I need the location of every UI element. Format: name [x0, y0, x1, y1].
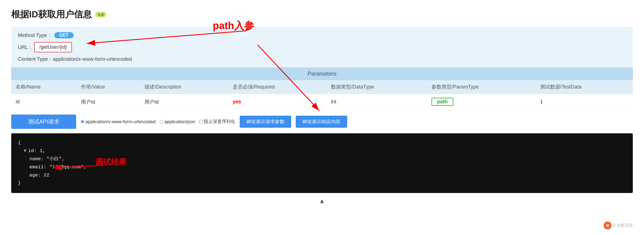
watermark-text: © 创新互联: [613, 223, 633, 228]
radio-json-input[interactable]: [160, 120, 163, 124]
tree-request-button[interactable]: 树状展示请求参数: [240, 116, 291, 128]
radio-json[interactable]: application/json: [160, 119, 195, 124]
col-description: 描述/Description: [140, 80, 228, 94]
col-testdata: 测试数据/TestData: [536, 80, 633, 94]
content-type-label: Content Type：: [18, 56, 53, 62]
cell-testdata: 1: [536, 94, 633, 110]
checkbox-serialize-input[interactable]: [199, 120, 203, 124]
radio-urlencoded-input[interactable]: [81, 120, 84, 124]
json-line-id: ▼id: 1,: [18, 147, 626, 155]
cell-datatype: int: [326, 94, 427, 110]
col-datatype: 数据类型/DataType: [326, 80, 427, 94]
col-paramtype: 参数类型/ParamType: [427, 80, 536, 94]
checkbox-serialize-label: 阻止深度序列化: [204, 119, 235, 125]
cell-required: yes: [228, 94, 326, 110]
watermark-logo: 创: [604, 222, 612, 229]
cell-name: id: [11, 94, 76, 110]
radio-group: application/x-www-form-urlencoded applic…: [81, 119, 235, 125]
url-label: URL：: [18, 44, 33, 51]
info-section: Method Type： GET URL： /getUser/{id} Cont…: [11, 27, 633, 68]
test-api-button[interactable]: 测试API请求: [11, 115, 76, 129]
content-type-value: application/x-www-form-urlencoded: [53, 56, 132, 62]
url-value: /getUser/{id}: [34, 42, 72, 52]
cell-paramtype: path: [427, 94, 536, 110]
radio-urlencoded-label: application/x-www-form-urlencoded: [85, 119, 156, 124]
json-line-age: age: 22: [18, 171, 626, 180]
version-badge: n.0: [95, 12, 106, 17]
col-value: 作用/Value: [76, 80, 140, 94]
url-row: URL： /getUser/{id}: [18, 42, 626, 52]
tree-response-button[interactable]: 树状展示响应内容: [296, 116, 347, 128]
content-type-row: Content Type： application/x-www-form-url…: [18, 56, 626, 62]
method-badge: GET: [54, 32, 74, 38]
radio-urlencoded[interactable]: application/x-www-form-urlencoded: [81, 119, 156, 124]
method-label: Method Type：: [18, 32, 52, 39]
cell-description: 用户id: [140, 94, 228, 110]
checkbox-serialize[interactable]: 阻止深度序列化: [199, 119, 235, 125]
params-table: 名称/Name 作用/Value 描述/Description 是否必须/Req…: [11, 80, 633, 110]
table-row: id 用户id 用户id yes int path 1: [11, 94, 633, 110]
json-line-name: name: "小白",: [18, 155, 626, 163]
bottom-triangle: ▲: [11, 193, 633, 208]
result-area: { ▼id: 1, name: "小白", email: "123@qq.com…: [11, 133, 633, 193]
cell-value: 用户id: [76, 94, 140, 110]
watermark: 创 © 创新互联: [604, 222, 633, 229]
col-name: 名称/Name: [11, 80, 76, 94]
params-section: Parameters 名称/Name 作用/Value 描述/Descripti…: [11, 68, 633, 110]
json-line-close: }: [18, 179, 626, 187]
collapse-arrow[interactable]: ▼: [24, 148, 26, 153]
action-bar: 测试API请求 application/x-www-form-urlencode…: [11, 110, 633, 133]
table-header-row: 名称/Name 作用/Value 描述/Description 是否必须/Req…: [11, 80, 633, 94]
json-line-email: email: "123@qq.com",: [18, 163, 626, 171]
json-line-open: {: [18, 139, 626, 147]
col-required: 是否必须/Required: [228, 80, 326, 94]
method-row: Method Type： GET: [18, 32, 626, 39]
radio-json-label: application/json: [164, 119, 195, 124]
params-header: Parameters: [11, 68, 633, 80]
page-title: 根据ID获取用户信息: [11, 8, 92, 21]
